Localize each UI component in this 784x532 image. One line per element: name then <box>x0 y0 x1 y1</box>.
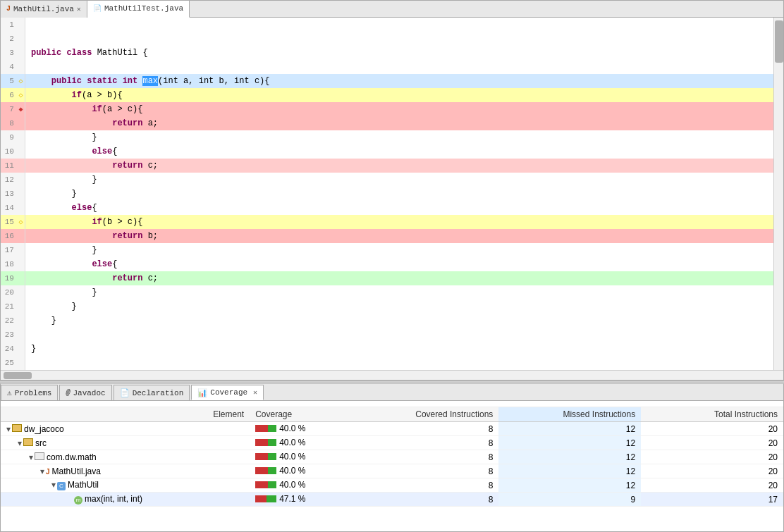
tree-arrow[interactable]: ▾ <box>40 466 44 476</box>
bar-container <box>255 467 276 474</box>
element-cell: ▾com.dw.math <box>1 450 250 464</box>
code-line <box>25 32 773 46</box>
table-row[interactable]: ▾JMathUtil.java40.0 %81220 <box>1 464 783 478</box>
code-line: } <box>25 314 773 328</box>
code-text: } <box>25 245 97 255</box>
coverage-cell: 40.0 % <box>250 450 356 464</box>
coverage-cell: 40.0 % <box>250 464 356 478</box>
tree-arrow[interactable]: ▾ <box>6 424 11 434</box>
line-number: 10 <box>1 147 17 156</box>
tab-declaration[interactable]: 📄 Declaration <box>114 385 190 400</box>
total-cell: 20 <box>641 478 783 493</box>
code-line <box>25 356 773 370</box>
line-number: 12 <box>1 175 17 184</box>
missed-cell: 12 <box>498 422 641 436</box>
covered-cell: 8 <box>357 464 499 478</box>
code-area[interactable]: public class MathUtil { public static in… <box>25 18 773 370</box>
table-row[interactable]: ▾dw_jacoco40.0 %81220 <box>1 422 783 436</box>
bar-red <box>255 439 268 446</box>
col-header-coverage: Coverage <box>250 407 356 422</box>
total-cell: 20 <box>641 422 783 436</box>
gutter-row: 24 <box>1 342 25 356</box>
total-cell: 20 <box>641 450 783 464</box>
coverage-cell: 40.0 % <box>250 436 356 450</box>
tab-mathutil[interactable]: J MathUtil.java ✕ <box>1 1 87 18</box>
element-cell: ▾dw_jacoco <box>1 422 250 436</box>
code-line: return c; <box>25 159 773 173</box>
element-name: max(int, int, int) <box>85 494 142 504</box>
tab-problems[interactable]: ⚠ Problems <box>1 385 58 400</box>
main-container: J MathUtil.java ✕ 📄 MathUtilTest.java 12… <box>0 0 784 532</box>
gutter-row: 11 <box>1 159 25 173</box>
close-icon[interactable]: ✕ <box>253 388 257 397</box>
bar-red <box>255 425 268 432</box>
close-icon[interactable]: ✕ <box>77 5 81 13</box>
code-line: public static int max(int a, int b, int … <box>25 74 773 88</box>
gutter-row: 17 <box>1 243 25 257</box>
col-header-element: Element <box>1 407 250 422</box>
line-number: 22 <box>1 316 17 325</box>
table-row[interactable]: ▾src40.0 %81220 <box>1 436 783 450</box>
tree-arrow[interactable]: ▾ <box>51 480 56 490</box>
tab-bar: J MathUtil.java ✕ 📄 MathUtilTest.java <box>1 1 783 18</box>
bar-green <box>268 453 276 460</box>
line-number: 23 <box>1 330 17 339</box>
code-text: if(a > c){ <box>25 104 142 114</box>
missed-cell: 9 <box>498 493 641 507</box>
bar-container <box>255 495 276 502</box>
line-number: 7 <box>1 105 17 113</box>
h-scroll-thumb[interactable] <box>4 372 32 379</box>
coverage-title <box>1 401 783 407</box>
tree-arrow[interactable]: ▾ <box>29 452 33 462</box>
gutter-row: 4 <box>1 60 25 74</box>
tab-javadoc[interactable]: @ Javadoc <box>59 385 111 400</box>
coverage-table-container[interactable]: Element Coverage Covered Instructions Mi… <box>1 407 783 531</box>
h-scrollbar[interactable] <box>1 370 783 380</box>
tab-label: Coverage <box>210 388 247 397</box>
line-number: 1 <box>1 20 17 29</box>
missed-cell: 12 <box>498 436 641 450</box>
code-text: } <box>25 189 77 199</box>
missed-cell: 12 <box>498 464 641 478</box>
package-icon <box>35 452 44 460</box>
code-line: else{ <box>25 201 773 215</box>
table-row[interactable]: ▾CMathUtil40.0 %81220 <box>1 478 783 493</box>
element-name: MathUtil <box>68 480 99 490</box>
tab-label: MathUtil.java <box>13 5 74 13</box>
line-marker: ◇ <box>17 218 25 226</box>
table-row[interactable]: ▾com.dw.math40.0 %81220 <box>1 450 783 464</box>
line-number: 19 <box>1 274 17 283</box>
code-line: if(b > c){ <box>25 215 773 229</box>
col-header-missed: Missed Instructions <box>498 407 641 422</box>
code-line: } <box>25 187 773 201</box>
line-number: 13 <box>1 190 17 198</box>
element-cell: ▾JMathUtil.java <box>1 464 250 478</box>
gutter-row: 9 <box>1 130 25 144</box>
code-line: } <box>25 285 773 299</box>
code-line: if(a > c){ <box>25 102 773 116</box>
java-test-file-icon: 📄 <box>93 4 102 13</box>
code-text: } <box>25 175 97 185</box>
total-cell: 20 <box>641 464 783 478</box>
covered-cell: 8 <box>357 478 499 493</box>
line-number: 4 <box>1 63 17 71</box>
line-number: 6 <box>1 91 17 99</box>
gutter-row: 10 <box>1 144 25 159</box>
scroll-thumb[interactable] <box>775 20 783 63</box>
table-row[interactable]: mmax(int, int, int)47.1 %8917 <box>1 493 783 507</box>
bar-green <box>267 495 276 502</box>
code-line: else{ <box>25 257 773 271</box>
scrollbar[interactable] <box>773 18 783 370</box>
bar-red <box>255 481 268 488</box>
tab-label: Javadoc <box>73 389 105 397</box>
folder-icon <box>23 438 33 446</box>
coverage-icon: 📊 <box>197 388 207 397</box>
tree-arrow[interactable]: ▾ <box>18 438 22 448</box>
gutter-row: 21 <box>1 299 25 314</box>
tab-mathutiltest[interactable]: 📄 MathUtilTest.java <box>87 1 190 18</box>
code-line: return a; <box>25 116 773 130</box>
element-name: dw_jacoco <box>24 424 64 434</box>
line-marker: ◇ <box>17 77 25 85</box>
code-line: } <box>25 243 773 257</box>
tab-coverage[interactable]: 📊 Coverage ✕ <box>191 385 264 400</box>
